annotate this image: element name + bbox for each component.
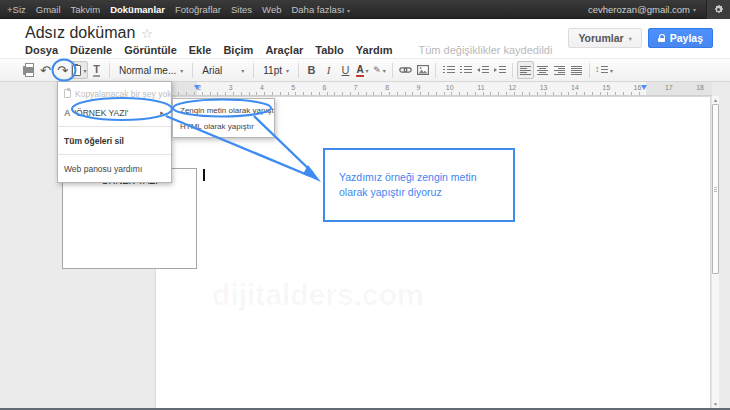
menu-table[interactable]: Tablo	[315, 44, 344, 56]
topbar-link-calendar[interactable]: Takvim	[71, 4, 101, 15]
menu-bar: Dosya Düzenle Görüntüle Ekle Biçim Araçl…	[25, 44, 552, 56]
font-dropdown[interactable]: Arial ▾	[197, 65, 249, 76]
document-title[interactable]: Adsız doküman☆	[25, 24, 153, 42]
print-icon	[23, 66, 34, 75]
menu-edit[interactable]: Düzenle	[70, 44, 112, 56]
menu-format[interactable]: Biçim	[223, 44, 253, 56]
line-spacing-icon	[595, 65, 608, 75]
document-page[interactable]	[155, 96, 711, 408]
scroll-up-button[interactable]: ▲	[713, 97, 718, 103]
bulleted-list-button[interactable]	[457, 61, 474, 79]
text-snippet-icon: A	[64, 108, 71, 118]
paint-format-button[interactable]: T	[88, 61, 105, 79]
ruler-number: 3	[229, 84, 233, 91]
google-services-bar: +Siz Gmail Takvim Dokümanlar Fotoğraflar…	[0, 0, 730, 19]
highlight-color-button[interactable]: ✎ ▾	[371, 61, 388, 79]
text-color-icon: A	[356, 64, 363, 77]
undo-icon: ↶	[40, 64, 51, 77]
paste-submenu: Zengin metin olarak yapıştır HTML olarak…	[172, 98, 275, 138]
text-color-button[interactable]: A ▾	[354, 61, 371, 79]
menu-item-clear-all-items[interactable]: Tüm öğeleri sil	[58, 130, 171, 151]
italic-button[interactable]: I	[320, 61, 337, 79]
sample-text-box: ÖRNEK YAZI	[62, 168, 197, 269]
submenu-item-paste-rich-text[interactable]: Zengin metin olarak yapıştır	[173, 102, 274, 118]
chevron-down-icon: ▾	[629, 35, 632, 42]
toolbar-separator	[392, 63, 393, 78]
gear-icon	[714, 4, 724, 14]
print-button[interactable]	[20, 61, 37, 79]
star-icon[interactable]: ☆	[141, 26, 153, 41]
redo-icon: ↷	[57, 64, 68, 77]
line-spacing-button[interactable]: ▾	[594, 61, 614, 79]
topbar-link-more[interactable]: Daha fazlası ▾	[291, 4, 349, 15]
topbar-link-documents[interactable]: Dokümanlar	[110, 4, 165, 15]
bold-button[interactable]: B	[303, 61, 320, 79]
menu-item-label: 'ÖRNEK YAZI'	[75, 108, 129, 118]
share-button[interactable]: Paylaş	[648, 28, 713, 48]
topbar-link-web[interactable]: Web	[262, 4, 281, 15]
clipboard-icon	[64, 89, 71, 98]
link-icon	[399, 65, 412, 75]
menu-item-ornek-yazi[interactable]: A 'ÖRNEK YAZI' ►	[58, 102, 171, 123]
menu-tools[interactable]: Araçlar	[265, 44, 303, 56]
annotation-note: Yazdımız örneği zengin metin olarak yapı…	[323, 148, 515, 222]
chevron-down-icon: ▾	[383, 67, 386, 74]
chevron-down-icon: ▾	[241, 67, 244, 74]
chevron-down-icon: ▾	[610, 67, 613, 74]
menu-view[interactable]: Görüntüle	[124, 44, 177, 56]
align-center-button[interactable]	[534, 61, 551, 79]
topbar-link-gmail[interactable]: Gmail	[36, 4, 61, 15]
insert-image-button[interactable]	[414, 61, 431, 79]
redo-button[interactable]: ↷	[54, 61, 71, 79]
image-icon	[417, 65, 429, 75]
topbar-link-sites[interactable]: Sites	[231, 4, 252, 15]
scrollbar-thumb[interactable]	[712, 104, 719, 274]
scroll-down-button[interactable]: ▼	[713, 401, 718, 407]
ruler-number: 13	[540, 84, 548, 91]
align-left-icon	[520, 66, 531, 75]
insert-link-button[interactable]	[397, 61, 414, 79]
font-size-dropdown[interactable]: 11pt ▾	[258, 65, 294, 76]
align-justify-button[interactable]	[568, 61, 585, 79]
topbar-link-photos[interactable]: Fotoğraflar	[175, 4, 221, 15]
account-menu[interactable]: cevherozan@gmail.com ▾	[588, 4, 696, 15]
align-left-button[interactable]	[517, 61, 534, 79]
undo-button[interactable]: ↶	[37, 61, 54, 79]
right-indent-marker[interactable]	[641, 85, 647, 90]
comments-button[interactable]: Yorumlar ▾	[568, 28, 641, 48]
account-email: cevherozan@gmail.com	[588, 4, 690, 15]
numbered-list-button[interactable]	[440, 61, 457, 79]
menu-separator	[58, 126, 171, 127]
align-right-button[interactable]	[551, 61, 568, 79]
settings-button[interactable]	[706, 0, 730, 19]
toolbar-separator	[253, 63, 254, 78]
chevron-down-icon: ▾	[83, 67, 86, 74]
chevron-down-icon: ▾	[347, 8, 350, 14]
toolbar: ↶ ↷ ▾ T Normal me... ▾ Arial ▾ 11pt ▾ B …	[0, 58, 730, 82]
menu-help[interactable]: Yardım	[356, 44, 393, 56]
menu-item-label: Kopyalanacak bir şey yok	[75, 89, 171, 99]
ruler-number: 12	[508, 84, 516, 91]
topbar-link-plus-you[interactable]: +Siz	[7, 4, 26, 15]
header-actions: Yorumlar ▾ Paylaş	[568, 28, 713, 48]
chevron-down-icon: ▾	[180, 67, 183, 74]
submenu-arrow-icon: ►	[159, 110, 165, 116]
menu-insert[interactable]: Ekle	[189, 44, 212, 56]
underline-button[interactable]: U	[337, 61, 354, 79]
chevron-down-icon: ▾	[693, 6, 696, 13]
decrease-indent-button[interactable]	[474, 61, 491, 79]
ruler-number: 11	[477, 84, 484, 91]
submenu-item-paste-html[interactable]: HTML olarak yapıştır	[173, 118, 274, 134]
menu-file[interactable]: Dosya	[25, 44, 58, 56]
menu-item-web-clipboard-help[interactable]: Web panosu yardımı	[58, 158, 171, 179]
google-docs-window: +Siz Gmail Takvim Dokümanlar Fotoğraflar…	[0, 0, 730, 410]
bulleted-list-icon	[460, 66, 472, 75]
left-indent-marker[interactable]	[194, 85, 200, 90]
increase-indent-button[interactable]	[491, 61, 508, 79]
web-clipboard-button[interactable]: ▾	[71, 61, 88, 79]
styles-dropdown[interactable]: Normal me... ▾	[114, 65, 188, 76]
align-justify-icon	[571, 66, 582, 75]
ruler[interactable]: 123456789101112131415161718	[150, 82, 712, 96]
toolbar-separator	[298, 63, 299, 78]
decrease-indent-icon	[477, 66, 489, 75]
